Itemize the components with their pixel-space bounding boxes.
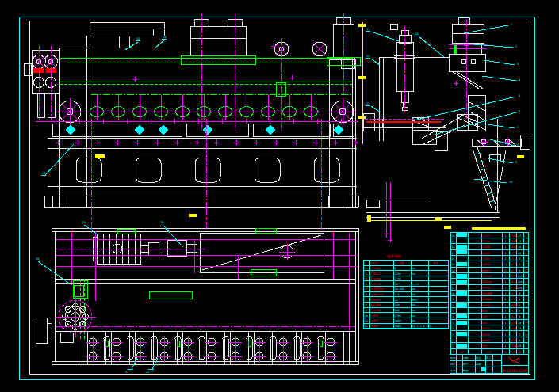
balloon-label: 3: [517, 63, 519, 66]
spec-table-title: 技术特性: [386, 254, 401, 259]
spec-row: 11 外形宽 1600 mm: [363, 319, 448, 323]
title-block-cell: 校对: [462, 363, 469, 366]
bom-cell-name: 工作台: [482, 287, 490, 290]
bom-cell-no: 18: [452, 245, 455, 249]
bom-cell-material: Q235: [511, 322, 517, 325]
bom-cell-qty: 1: [505, 327, 507, 330]
bom-cell-name: 上刀片: [482, 234, 490, 238]
bom-cell-material: Q235: [511, 275, 517, 278]
spec-cell-no: 4: [366, 283, 367, 286]
bom-cell-qty: 8: [505, 298, 507, 301]
bom-header-cell: 数: [504, 351, 507, 354]
title-block: 标记 处数 更改 签名 设计 校对 审核 比例 数量 QC12Y6X3200: [450, 354, 528, 373]
bom-cell-weight: 120: [518, 275, 523, 278]
bom-cell-name: 油箱: [482, 322, 487, 325]
bom-code-block: [457, 280, 467, 284]
swing-support: [473, 119, 506, 212]
bom-cell-qty: 1: [505, 280, 507, 284]
bom-cell-name: 拉杆: [482, 316, 488, 319]
bom-code-block: [457, 274, 467, 278]
side-base: [366, 155, 526, 242]
balloon-label: 12: [366, 55, 369, 58]
balloon-label: 2: [515, 45, 517, 48]
bom-cell-material: HT200: [511, 304, 519, 307]
bom-cell-name: 挡料装置: [482, 292, 493, 295]
balloon-label: 18: [82, 221, 85, 224]
bom-cell-qty: 1: [505, 275, 507, 278]
table-strip-dividers: [82, 331, 349, 364]
spec-cell-value: 3200: [395, 272, 401, 276]
spec-cell-unit: mm: [412, 272, 415, 276]
balloon-label: 7: [517, 126, 519, 129]
bom-cell-qty: 1: [505, 292, 507, 295]
balloon-label: 16: [163, 36, 166, 39]
knife-beam-mechanism: [412, 17, 487, 131]
balloon-label: 8: [517, 143, 519, 147]
bom-cell-material: Q235: [511, 245, 517, 249]
bom-cell-no: 13: [452, 275, 455, 278]
bom-cell-weight: 3: [519, 310, 521, 313]
bom-header-cell: 代号: [458, 351, 464, 354]
spec-cell-value: 5800: [395, 325, 401, 328]
spec-table: 技术特性 名称 参数 备注 1 可剪板厚 6 mm 2 可剪板宽 3200 mm: [363, 254, 448, 329]
hole-centerlines: [97, 95, 311, 120]
bom-row: 1 底座 1 HT200 90: [450, 344, 528, 348]
bom-code-block: [457, 250, 467, 254]
title-block-cell: 更改: [476, 356, 481, 360]
assembly-drawing: 15 16 17: [0, 0, 559, 392]
bom-cell-name: 回程缸: [482, 269, 490, 272]
title-block-cell: 签名: [486, 356, 491, 360]
bom-cell-weight: 30: [519, 322, 522, 325]
bom-cell-weight: 7: [519, 333, 521, 337]
balloon-label: 4: [519, 78, 520, 82]
bom-cell-name: 液压缸: [482, 252, 490, 255]
vertical-dimension: [358, 22, 366, 144]
spec-cell-name: 可剪板厚: [371, 267, 382, 270]
dimension-text-blob: [189, 214, 197, 217]
bom-cell-remark: 购: [524, 252, 526, 255]
bom-cell-no: 8: [453, 304, 454, 307]
bom-row: 8 导向座 2 HT200 5: [450, 303, 528, 308]
projection-angle-icon: [509, 357, 519, 363]
bom-code-block: [457, 303, 467, 307]
bom-cell-qty: 2: [505, 257, 507, 261]
bom-cell-weight: 12: [519, 240, 522, 243]
bom-cell-name: 连接螺栓: [482, 298, 493, 301]
bom-cell-no: 14: [452, 269, 455, 272]
spec-cell-value: 16: [395, 283, 398, 286]
bom-cell-weight: 6: [519, 339, 521, 342]
spec-cell-name: 后挡料范围: [371, 288, 384, 291]
bom-cell-no: 5: [453, 322, 454, 325]
bom-cell-weight: 90: [519, 344, 522, 348]
spec-header-cell: 参数: [399, 261, 404, 265]
bom-cell-material: 45: [511, 310, 514, 313]
bom-cell-weight: 9: [519, 257, 521, 261]
bom-cell-material: Q235: [511, 280, 517, 284]
spec-cell-unit: kW: [412, 293, 415, 296]
bom-cell-weight: 4: [519, 316, 521, 319]
spec-cell-name: 可剪板宽: [371, 272, 382, 276]
bom-cell-name: 刀架体: [482, 245, 490, 249]
worktable-strip: [52, 124, 354, 136]
top-cylinder-left: [181, 14, 255, 131]
spec-cell-no: 9: [366, 309, 367, 312]
spec-cell-unit: mm: [412, 309, 415, 312]
balloon-label: 6: [519, 110, 520, 113]
bom-cell-weight: 120: [518, 280, 523, 284]
bom-cell-remark: 焊: [524, 245, 527, 249]
bom-cell-qty: 1: [505, 339, 507, 342]
bom-cell-qty: 1: [505, 245, 507, 249]
bom-cell-material: 45: [511, 263, 514, 266]
spec-cell-name: 主电机功率: [371, 293, 385, 296]
title-block-cell: 设计: [450, 363, 456, 366]
bom-cell-qty: 1: [505, 344, 507, 348]
bom-cell-no: 16: [452, 257, 455, 261]
bom-cell-name: 底座: [482, 344, 488, 348]
bom-cell-name: 压料器: [482, 263, 490, 266]
spec-cell-no: 11: [365, 319, 368, 322]
spec-row: 2 可剪板宽 3200 mm: [363, 272, 448, 276]
bom-cell-weight: 2: [519, 263, 521, 266]
bom-header-cell: 重: [519, 351, 522, 354]
balloon-label: 15: [136, 37, 140, 40]
balloon-label: 11: [366, 28, 369, 31]
